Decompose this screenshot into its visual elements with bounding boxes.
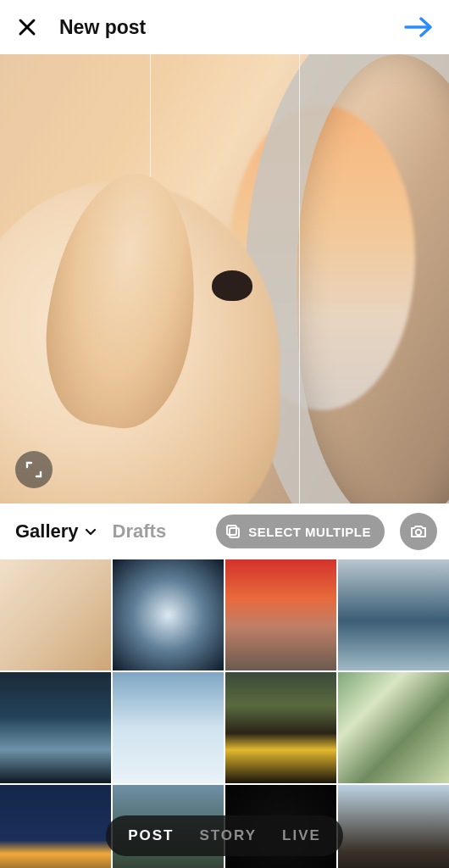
- select-multiple-button[interactable]: SELECT MULTIPLE: [216, 515, 385, 548]
- arrow-right-icon: [404, 16, 433, 38]
- close-button[interactable]: [15, 15, 39, 39]
- close-icon: [17, 17, 37, 37]
- gallery-thumb[interactable]: [225, 672, 336, 783]
- gallery-thumb[interactable]: [0, 672, 111, 783]
- gallery-thumb[interactable]: [225, 559, 336, 670]
- chevron-down-icon: [84, 525, 97, 538]
- mode-live[interactable]: LIVE: [282, 827, 321, 844]
- mode-post[interactable]: POST: [128, 827, 174, 844]
- gallery-thumb[interactable]: [113, 672, 224, 783]
- page-title: New post: [59, 16, 403, 39]
- expand-icon: [25, 461, 42, 478]
- stack-icon: [224, 523, 241, 540]
- gallery-thumb[interactable]: [113, 559, 224, 670]
- header: New post: [0, 0, 449, 54]
- svg-rect-1: [230, 528, 239, 537]
- gallery-label: Gallery: [15, 520, 79, 542]
- camera-icon: [409, 522, 428, 541]
- svg-point-2: [416, 530, 421, 535]
- gallery-thumb[interactable]: [0, 559, 111, 670]
- gallery-thumb[interactable]: [338, 559, 449, 670]
- mode-pill: POST STORY LIVE: [106, 815, 343, 856]
- open-camera-button[interactable]: [400, 513, 437, 550]
- select-multiple-label: SELECT MULTIPLE: [248, 525, 371, 539]
- gallery-thumb[interactable]: [0, 785, 111, 868]
- crop-resize-button[interactable]: [15, 451, 53, 488]
- next-button[interactable]: [403, 12, 434, 42]
- gallery-thumb[interactable]: [338, 672, 449, 783]
- svg-rect-0: [227, 526, 236, 535]
- drafts-tab[interactable]: Drafts: [113, 520, 167, 542]
- preview-art: [212, 270, 252, 301]
- mode-story[interactable]: STORY: [199, 827, 257, 844]
- gallery-source-dropdown[interactable]: Gallery: [15, 520, 97, 542]
- selected-preview[interactable]: [0, 54, 449, 504]
- gallery-thumb[interactable]: [338, 785, 449, 868]
- source-bar: Gallery Drafts SELECT MULTIPLE: [0, 504, 449, 559]
